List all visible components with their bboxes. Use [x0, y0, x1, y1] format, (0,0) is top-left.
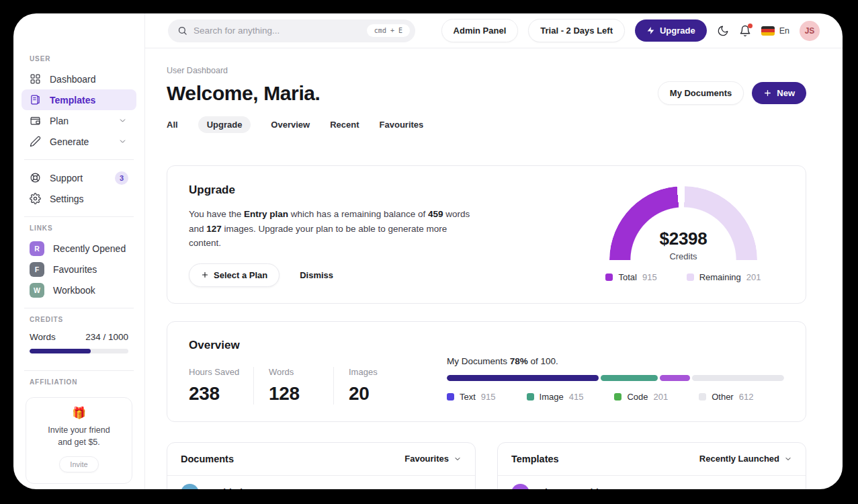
sidebar-link-recently-opened[interactable]: R Recently Opened: [22, 238, 136, 259]
templates-card-header: Templates Recently Launched: [498, 443, 806, 476]
document-row[interactable]: Untitled Document in Workbook: [167, 476, 475, 489]
tab-upgrade[interactable]: Upgrade: [198, 116, 251, 133]
support-badge: 3: [115, 171, 128, 185]
avatar[interactable]: JS: [800, 21, 820, 41]
sidebar-divider: [24, 216, 134, 217]
admin-panel-button[interactable]: Admin Panel: [441, 19, 519, 42]
sidebar-item-plan[interactable]: Plan: [22, 110, 136, 131]
words-balance: 459: [428, 209, 443, 219]
sidebar-link-favourites[interactable]: F Favourites: [22, 259, 136, 280]
bar-segment-other: [692, 375, 784, 381]
sidebar-section-links: LINKS: [22, 224, 136, 232]
bottom-cards: Documents Favourites Untitled Document i…: [167, 442, 806, 489]
select-plan-label: Select a Plan: [214, 270, 267, 280]
plus-icon: [763, 89, 772, 97]
upgrade-card-text: You have the Entry plan which has a rema…: [189, 207, 479, 251]
tab-all[interactable]: All: [167, 120, 178, 130]
legend-image-swatch: [527, 393, 534, 401]
sidebar-item-templates[interactable]: Templates: [22, 89, 136, 110]
overview-title: Overview: [189, 339, 417, 352]
sidebar-item-label: Generate: [50, 136, 89, 147]
stat-divider: [253, 367, 254, 405]
templates-icon: [30, 94, 41, 106]
upgrade-card-title: Upgrade: [189, 183, 479, 197]
templates-filter-dropdown[interactable]: Recently Launched: [699, 454, 792, 464]
select-plan-button[interactable]: Select a Plan: [189, 263, 280, 287]
legend-code-value: 201: [653, 392, 668, 402]
sidebar-item-label: Dashboard: [50, 74, 96, 85]
app-window: USER Dashboard Templates Plan Generate S…: [13, 13, 843, 489]
filter-tabs: All Upgrade Overview Recent Favourites: [167, 116, 806, 133]
stat-divider: [333, 367, 334, 405]
bar-segment-image: [601, 375, 658, 381]
sidebar-item-settings[interactable]: Settings: [22, 188, 136, 209]
new-button[interactable]: New: [752, 82, 806, 104]
content: User Dashboard Welcome, Maria. My Docume…: [145, 48, 843, 489]
document-avatar: [181, 484, 199, 489]
plus-icon: [201, 271, 209, 279]
gear-icon: [30, 193, 41, 204]
link-initial-badge: F: [30, 262, 44, 277]
moon-icon: [717, 25, 729, 37]
header-actions: My Documents New: [658, 81, 806, 105]
document-title: Untitled Document: [208, 487, 291, 489]
legend-code-swatch: [614, 393, 621, 401]
upgrade-button[interactable]: Upgrade: [635, 19, 707, 42]
stat-images: Images 20: [349, 367, 413, 405]
legend-other-swatch: [699, 393, 706, 401]
new-button-label: New: [777, 88, 795, 98]
stat-value: 238: [189, 383, 253, 405]
affiliation-card: 🎁 Invite your friend and get $5. Invite: [26, 397, 132, 484]
upgrade-button-label: Upgrade: [660, 26, 695, 36]
german-flag-icon: [761, 26, 775, 36]
trial-status-button[interactable]: Trial - 2 Days Left: [528, 19, 625, 42]
topbar: cmd + E Admin Panel Trial - 2 Days Left …: [145, 13, 843, 48]
documents-card-header: Documents Favourites: [167, 443, 475, 476]
sidebar-item-dashboard[interactable]: Dashboard: [22, 69, 136, 89]
stat-label: Images: [349, 367, 413, 377]
dismiss-button[interactable]: Dismiss: [300, 270, 333, 280]
main-area: cmd + E Admin Panel Trial - 2 Days Left …: [145, 13, 843, 489]
sidebar-link-workbook[interactable]: W Workbook: [22, 280, 136, 300]
credits-value: 234 / 1000: [85, 332, 128, 342]
language-selector[interactable]: En: [761, 26, 789, 36]
sidebar-item-support[interactable]: Support 3: [22, 167, 136, 188]
template-row[interactable]: Blog Post Title in Workbook: [498, 476, 806, 489]
sidebar-divider: [24, 308, 134, 308]
credits-gauge-panel: $2398 Credits Total 915 Remaining: [583, 183, 784, 287]
stat-label: Words: [269, 367, 333, 377]
legend-text-value: 915: [481, 392, 496, 402]
notifications-button[interactable]: [739, 25, 751, 37]
documents-progress-bar: [447, 375, 784, 381]
affiliation-line2: and get $5.: [58, 437, 100, 447]
documents-card: Documents Favourites Untitled Document i…: [167, 442, 476, 489]
stat-hours-saved: Hours Saved 238: [189, 367, 253, 405]
credits-value: $2398: [609, 228, 757, 249]
upgrade-card-left: Upgrade You have the Entry plan which ha…: [189, 183, 479, 287]
sidebar-item-label: Settings: [50, 194, 84, 204]
invite-button[interactable]: Invite: [59, 456, 98, 472]
templates-card: Templates Recently Launched Blog Post Ti…: [497, 442, 806, 489]
sidebar-item-generate[interactable]: Generate: [22, 131, 136, 152]
sidebar-item-label: Recently Opened: [53, 243, 126, 254]
overview-card: Overview Hours Saved 238 Words 128: [167, 321, 806, 422]
bar-segment-code: [660, 375, 690, 381]
credits-gauge: $2398 Credits: [609, 186, 757, 261]
legend-total-swatch: [605, 274, 613, 281]
sidebar-item-label: Workbook: [53, 285, 95, 296]
dark-mode-toggle[interactable]: [717, 25, 729, 37]
search-bar[interactable]: cmd + E: [168, 19, 415, 42]
documents-filter-dropdown[interactable]: Favourites: [404, 454, 462, 464]
tab-overview[interactable]: Overview: [271, 120, 310, 130]
search-input[interactable]: [194, 26, 361, 36]
chevron-down-icon: [117, 137, 128, 146]
tab-recent[interactable]: Recent: [330, 120, 359, 130]
documents-progress-percent: 78%: [510, 356, 528, 366]
gauge-legend: Total 915 Remaining 201: [583, 272, 784, 282]
zap-icon: [646, 26, 655, 35]
legend-other-value: 612: [739, 392, 754, 402]
tab-favourites[interactable]: Favourites: [380, 120, 424, 130]
my-documents-button[interactable]: My Documents: [658, 81, 744, 105]
legend-remaining-label: Remaining: [699, 272, 741, 282]
sidebar: USER Dashboard Templates Plan Generate S…: [13, 13, 145, 489]
